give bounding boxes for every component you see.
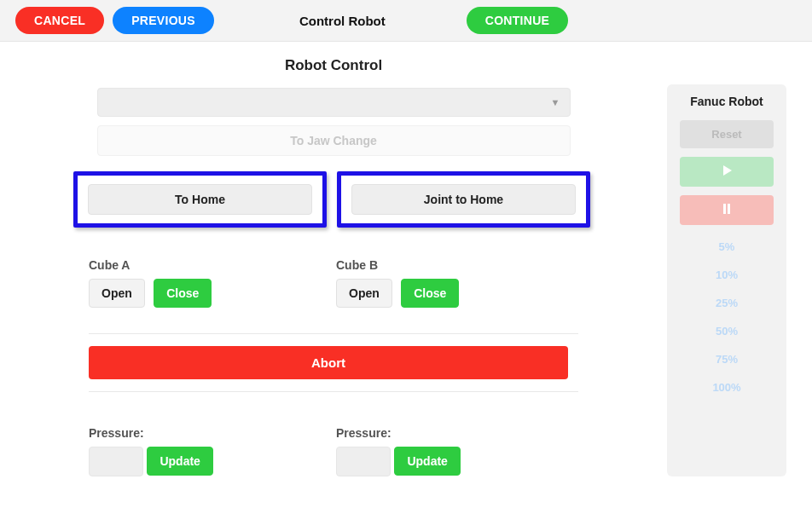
pause-icon bbox=[721, 203, 733, 215]
svg-rect-2 bbox=[728, 204, 730, 214]
page-title: Robot Control bbox=[68, 57, 599, 74]
divider bbox=[89, 391, 578, 392]
robot-select-wrapper: ▼ bbox=[97, 88, 571, 117]
sidebar: Fanuc Robot Reset 5% 10% 25% 50% 75% 100… bbox=[667, 84, 786, 476]
cube-a-close-button[interactable]: Close bbox=[154, 279, 212, 308]
pressure-a-label: Pressure: bbox=[89, 426, 336, 440]
topbar-title: Control Robot bbox=[299, 14, 386, 28]
play-icon bbox=[721, 164, 733, 176]
main-panel: Robot Control ▼ To Jaw Change To Home Jo… bbox=[0, 42, 667, 476]
sidebar-title: Fanuc Robot bbox=[674, 95, 780, 108]
cube-a-label: Cube A bbox=[89, 258, 336, 272]
pressure-b-update-button[interactable]: Update bbox=[394, 447, 460, 476]
speed-25[interactable]: 25% bbox=[674, 297, 780, 309]
reset-button: Reset bbox=[680, 120, 774, 148]
to-home-button[interactable]: To Home bbox=[88, 184, 312, 215]
speed-50[interactable]: 50% bbox=[674, 325, 780, 338]
continue-button[interactable]: CONTINUE bbox=[467, 7, 569, 34]
joint-to-home-box: Joint to Home bbox=[337, 171, 590, 228]
pressure-b-input[interactable] bbox=[336, 447, 391, 476]
svg-marker-0 bbox=[723, 165, 732, 176]
joint-to-home-button[interactable]: Joint to Home bbox=[351, 184, 576, 215]
speed-10[interactable]: 10% bbox=[674, 268, 780, 281]
speed-75[interactable]: 75% bbox=[674, 353, 780, 366]
cancel-button[interactable]: CANCEL bbox=[15, 7, 104, 34]
pressure-b-group: Pressure: Update bbox=[336, 426, 583, 476]
to-jaw-change-button: To Jaw Change bbox=[97, 125, 571, 156]
abort-button[interactable]: Abort bbox=[89, 346, 568, 379]
divider bbox=[89, 333, 578, 334]
to-home-box: To Home bbox=[73, 171, 327, 228]
pressure-a-group: Pressure: Update bbox=[89, 426, 336, 476]
pause-button[interactable] bbox=[680, 195, 774, 225]
speed-100[interactable]: 100% bbox=[674, 381, 780, 394]
cube-a-group: Cube A Open Close bbox=[89, 258, 336, 308]
speed-5[interactable]: 5% bbox=[674, 240, 780, 253]
cube-b-label: Cube B bbox=[336, 258, 583, 272]
previous-button[interactable]: PREVIOUS bbox=[113, 7, 214, 34]
top-bar: CANCEL PREVIOUS Control Robot CONTINUE bbox=[0, 0, 812, 42]
pressure-a-input[interactable] bbox=[89, 447, 143, 476]
play-button[interactable] bbox=[680, 157, 774, 187]
pressure-b-label: Pressure: bbox=[336, 426, 583, 440]
svg-rect-1 bbox=[723, 204, 726, 214]
cube-b-open-button[interactable]: Open bbox=[336, 279, 392, 308]
cube-b-close-button[interactable]: Close bbox=[401, 279, 459, 308]
robot-select[interactable] bbox=[97, 88, 571, 117]
pressure-a-update-button[interactable]: Update bbox=[147, 447, 212, 476]
cube-a-open-button[interactable]: Open bbox=[89, 279, 145, 308]
cube-b-group: Cube B Open Close bbox=[336, 258, 583, 308]
